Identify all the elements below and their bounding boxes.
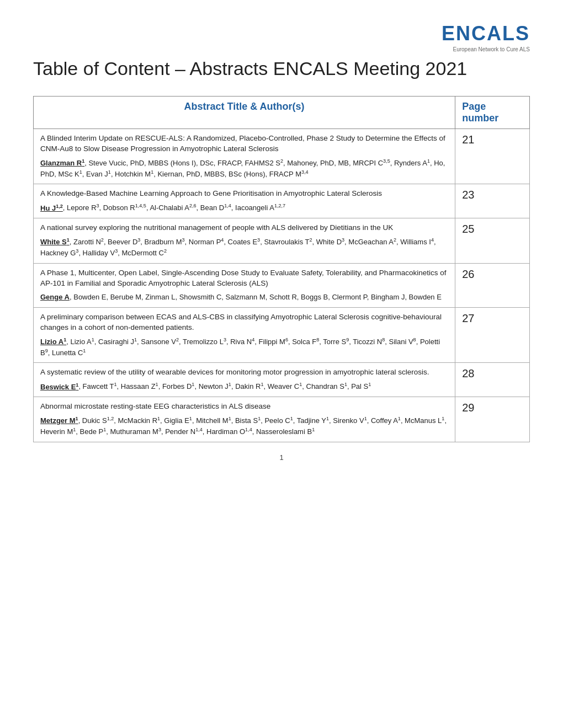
- entry-title-cell: A Blinded Interim Update on RESCUE-ALS: …: [34, 129, 455, 184]
- table-row: A Phase 1, Multicenter, Open Label, Sing…: [34, 263, 530, 307]
- header-page: Pagenumber: [455, 97, 530, 129]
- logo-area: ENCALS European Network to Cure ALS: [33, 22, 530, 52]
- abstract-title: Abnormal microstate resting-state EEG ch…: [40, 402, 448, 412]
- table-row: A systematic review of the utility of we…: [34, 363, 530, 397]
- table-row: A Knowledge-Based Machine Learning Appro…: [34, 184, 530, 218]
- table-row: Abnormal microstate resting-state EEG ch…: [34, 397, 530, 442]
- abstract-authors: Glanzman R1, Steve Vucic, PhD, MBBS (Hon…: [40, 158, 448, 180]
- abstract-authors: Beswick E1, Fawcett T1, Hassaan Z1, Forb…: [40, 381, 448, 392]
- entry-title-cell: A Knowledge-Based Machine Learning Appro…: [34, 184, 455, 218]
- abstract-title: A national survey exploring the nutritio…: [40, 223, 448, 233]
- page-number: 1: [279, 453, 283, 462]
- entry-page-number: 21: [455, 129, 530, 184]
- entry-page-number: 29: [455, 397, 530, 442]
- abstract-authors: Lizio A1, Lizio A1, Casiraghi J1, Sanson…: [40, 336, 448, 358]
- entry-page-number: 23: [455, 184, 530, 218]
- entry-page-number: 25: [455, 218, 530, 264]
- entry-title-cell: A preliminary comparison between ECAS an…: [34, 307, 455, 362]
- entry-page-number: 27: [455, 307, 530, 362]
- entry-title-cell: Abnormal microstate resting-state EEG ch…: [34, 397, 455, 442]
- logo-text: ENCALS: [442, 22, 530, 45]
- entry-page-number: 28: [455, 363, 530, 397]
- page-footer: 1: [33, 453, 530, 462]
- abstract-authors: Hu J1,2, Lepore R3, Dobson R1,4,5, Al-Ch…: [40, 202, 448, 213]
- table-row: A preliminary comparison between ECAS an…: [34, 307, 530, 362]
- abstract-title: A Phase 1, Multicenter, Open Label, Sing…: [40, 268, 448, 289]
- abstracts-table: Abstract Title & Author(s) Pagenumber A …: [33, 96, 530, 442]
- entry-title-cell: A national survey exploring the nutritio…: [34, 218, 455, 264]
- entry-title-cell: A systematic review of the utility of we…: [34, 363, 455, 397]
- table-row: A national survey exploring the nutritio…: [34, 218, 530, 264]
- abstract-title: A systematic review of the utility of we…: [40, 367, 448, 378]
- abstract-title: A Blinded Interim Update on RESCUE-ALS: …: [40, 133, 448, 154]
- page-title: Table of Content – Abstracts ENCALS Meet…: [33, 58, 530, 79]
- abstract-title: A preliminary comparison between ECAS an…: [40, 312, 448, 333]
- abstract-title: A Knowledge-Based Machine Learning Appro…: [40, 189, 448, 199]
- abstract-authors: White S1, Zarotti N2, Beever D3, Bradbur…: [40, 237, 448, 259]
- table-body: A Blinded Interim Update on RESCUE-ALS: …: [34, 129, 530, 442]
- abstract-authors: Genge A, Bowden E, Berube M, Zinman L, S…: [40, 292, 448, 303]
- table-header-row: Abstract Title & Author(s) Pagenumber: [34, 97, 530, 129]
- entry-title-cell: A Phase 1, Multicenter, Open Label, Sing…: [34, 263, 455, 307]
- logo-subtitle: European Network to Cure ALS: [442, 46, 530, 52]
- table-row: A Blinded Interim Update on RESCUE-ALS: …: [34, 129, 530, 184]
- abstract-authors: Metzger M1, Dukic S1,2, McMackin R1, Gig…: [40, 415, 448, 437]
- entry-page-number: 26: [455, 263, 530, 307]
- header-title: Abstract Title & Author(s): [34, 97, 455, 129]
